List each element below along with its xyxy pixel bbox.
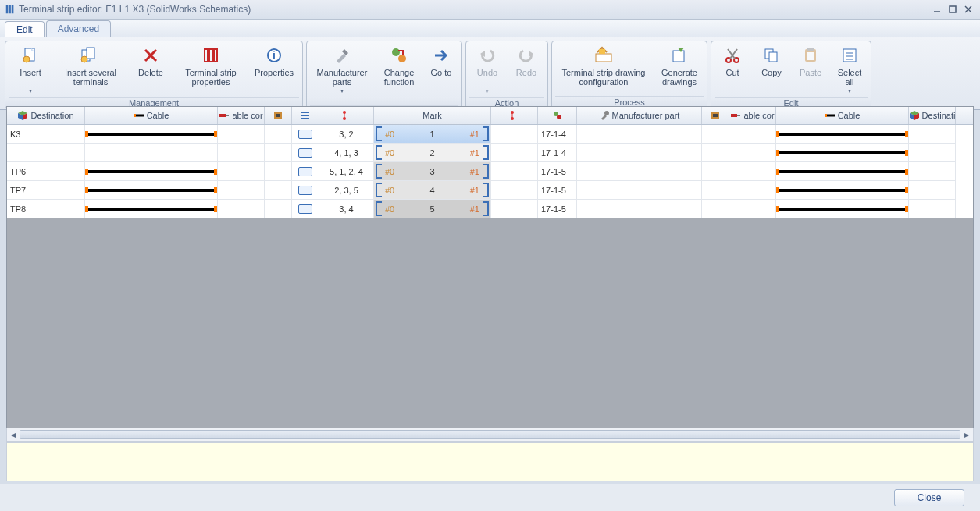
copy-button[interactable]: Copy bbox=[754, 43, 789, 97]
undo-button[interactable]: Undo ▾ bbox=[469, 43, 505, 97]
col-cable-left[interactable]: Cable bbox=[85, 107, 218, 124]
cell-destination[interactable] bbox=[7, 144, 85, 162]
col-cable-right[interactable]: Cable bbox=[776, 107, 909, 124]
cell-destination-right[interactable] bbox=[909, 200, 956, 218]
cell-icon-a[interactable] bbox=[265, 162, 292, 181]
cell-cable-left[interactable] bbox=[85, 181, 218, 200]
cell-mark[interactable]: #02#1 bbox=[374, 144, 491, 162]
cell-code[interactable]: 17-1-4 bbox=[538, 144, 577, 162]
cell-icon-c[interactable] bbox=[491, 200, 538, 218]
cell-destination[interactable]: TP6 bbox=[7, 162, 85, 181]
col-manufacturer-part[interactable]: Manufacturer part bbox=[577, 107, 702, 124]
cell-ablecor-left[interactable] bbox=[218, 181, 265, 200]
cell-ablecor-right[interactable] bbox=[729, 200, 776, 218]
cell-numbers[interactable]: 3, 2 bbox=[319, 125, 374, 144]
close-window-button[interactable] bbox=[961, 4, 975, 15]
cell-cable-right[interactable] bbox=[776, 144, 909, 162]
col-ablecor-right[interactable]: able cor bbox=[729, 107, 776, 124]
cell-destination[interactable]: TP8 bbox=[7, 200, 85, 218]
generate-drawings-button[interactable]: Generate drawings bbox=[655, 43, 704, 96]
col-icon-a[interactable] bbox=[265, 107, 292, 124]
scroll-thumb[interactable] bbox=[20, 430, 960, 439]
cut-button[interactable]: Cut bbox=[715, 43, 750, 97]
cell-destination-right[interactable] bbox=[909, 162, 956, 181]
table-row[interactable]: K33, 2#01#117-1-4 bbox=[7, 125, 973, 144]
cell-numbers[interactable]: 5, 1, 2, 4 bbox=[319, 162, 374, 181]
cell-cable-right[interactable] bbox=[776, 200, 909, 218]
cell-icon-a[interactable] bbox=[265, 125, 292, 144]
cell-icon-c[interactable] bbox=[491, 125, 538, 144]
cell-mark[interactable]: #04#1 bbox=[374, 181, 491, 200]
strip-properties-button[interactable]: Terminal strip properties bbox=[176, 43, 246, 97]
cell-destination[interactable]: TP7 bbox=[7, 181, 85, 200]
col-icon-c[interactable] bbox=[491, 107, 538, 124]
cell-mark[interactable]: #03#1 bbox=[374, 162, 491, 181]
cell-icon-e[interactable] bbox=[702, 162, 729, 181]
cell-cable-left[interactable] bbox=[85, 144, 218, 162]
cell-code[interactable]: 17-1-5 bbox=[538, 162, 577, 181]
cell-icon-a[interactable] bbox=[265, 200, 292, 218]
col-icon-e[interactable] bbox=[702, 107, 729, 124]
cell-manufacturer-part[interactable] bbox=[577, 144, 702, 162]
cell-mark[interactable]: #01#1 bbox=[374, 125, 491, 144]
cell-cable-right[interactable] bbox=[776, 125, 909, 144]
cell-icon-c[interactable] bbox=[491, 162, 538, 181]
cell-icon-e[interactable] bbox=[702, 125, 729, 144]
col-destination-left[interactable]: Destination bbox=[7, 107, 85, 124]
cell-numbers[interactable]: 3, 4 bbox=[319, 200, 374, 218]
cell-manufacturer-part[interactable] bbox=[577, 181, 702, 200]
tab-edit[interactable]: Edit bbox=[5, 21, 45, 37]
col-destination-right[interactable]: Destinati bbox=[909, 107, 956, 124]
cell-ablecor-left[interactable] bbox=[218, 200, 265, 218]
redo-button[interactable]: Redo bbox=[508, 43, 544, 97]
cell-manufacturer-part[interactable] bbox=[577, 125, 702, 144]
cell-ablecor-left[interactable] bbox=[218, 162, 265, 181]
col-mark[interactable]: Mark bbox=[374, 107, 491, 124]
cell-ablecor-right[interactable] bbox=[729, 162, 776, 181]
col-numbers[interactable] bbox=[319, 107, 374, 124]
cell-cable-left[interactable] bbox=[85, 162, 218, 181]
cell-cable-right[interactable] bbox=[776, 181, 909, 200]
cell-numbers[interactable]: 4, 1, 3 bbox=[319, 144, 374, 162]
cell-icon-a[interactable] bbox=[265, 181, 292, 200]
goto-button[interactable]: Go to bbox=[424, 43, 458, 105]
cell-destination-right[interactable] bbox=[909, 144, 956, 162]
scroll-right-icon[interactable]: ▸ bbox=[960, 428, 973, 441]
message-area[interactable] bbox=[6, 442, 974, 481]
table-row[interactable]: TP65, 1, 2, 4#03#117-1-5 bbox=[7, 162, 973, 181]
maximize-button[interactable] bbox=[946, 4, 960, 15]
cell-code[interactable]: 17-1-4 bbox=[538, 125, 577, 144]
cell-icon-e[interactable] bbox=[702, 144, 729, 162]
cell-ablecor-left[interactable] bbox=[218, 144, 265, 162]
cell-ablecor-right[interactable] bbox=[729, 181, 776, 200]
cell-cable-left[interactable] bbox=[85, 125, 218, 144]
insert-button[interactable]: Insert ▾ bbox=[9, 43, 52, 97]
paste-button[interactable]: Paste bbox=[793, 43, 829, 97]
col-icon-d[interactable] bbox=[538, 107, 577, 124]
cell-mark[interactable]: #05#1 bbox=[374, 200, 491, 218]
select-all-button[interactable]: Select all ▾ bbox=[832, 43, 868, 97]
cell-terminal-icon[interactable] bbox=[292, 181, 319, 200]
change-function-button[interactable]: Change function bbox=[377, 43, 421, 105]
cell-terminal-icon[interactable] bbox=[292, 144, 319, 162]
cell-icon-c[interactable] bbox=[491, 144, 538, 162]
cell-destination[interactable]: K3 bbox=[7, 125, 85, 144]
cell-icon-a[interactable] bbox=[265, 144, 292, 162]
cell-destination-right[interactable] bbox=[909, 125, 956, 144]
horizontal-scrollbar[interactable]: ◂ ▸ bbox=[6, 428, 974, 442]
table-row[interactable]: 4, 1, 3#02#117-1-4 bbox=[7, 144, 973, 162]
tab-advanced[interactable]: Advanced bbox=[46, 20, 111, 37]
cell-ablecor-right[interactable] bbox=[729, 144, 776, 162]
cell-icon-e[interactable] bbox=[702, 200, 729, 218]
cell-manufacturer-part[interactable] bbox=[577, 162, 702, 181]
cell-terminal-icon[interactable] bbox=[292, 125, 319, 144]
cell-code[interactable]: 17-1-5 bbox=[538, 200, 577, 218]
cell-numbers[interactable]: 2, 3, 5 bbox=[319, 181, 374, 200]
delete-button[interactable]: Delete bbox=[129, 43, 173, 97]
properties-button[interactable]: i Properties bbox=[249, 43, 299, 97]
table-row[interactable]: TP72, 3, 5#04#117-1-5 bbox=[7, 181, 973, 200]
minimize-button[interactable] bbox=[930, 4, 944, 15]
table-row[interactable]: TP83, 4#05#117-1-5 bbox=[7, 200, 973, 218]
close-button[interactable]: Close bbox=[894, 489, 964, 506]
scroll-track[interactable] bbox=[20, 428, 960, 441]
